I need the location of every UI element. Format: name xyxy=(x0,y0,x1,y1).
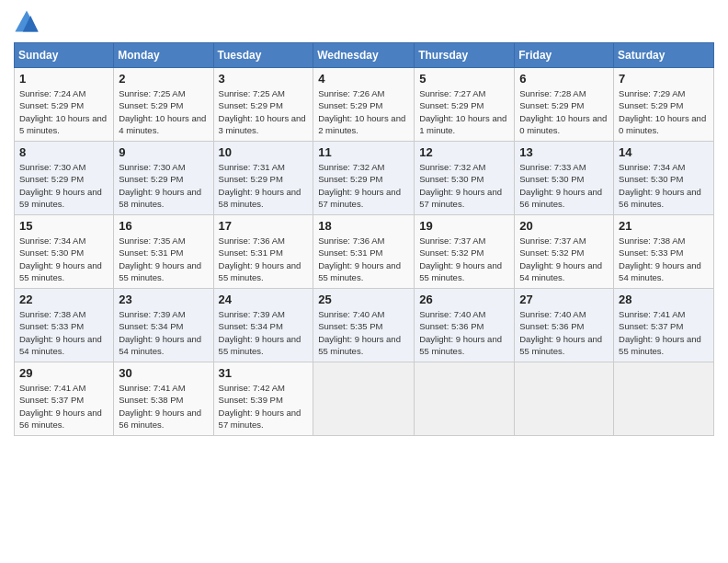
day-number: 3 xyxy=(219,72,309,86)
calendar-cell: 5 Sunrise: 7:27 AM Sunset: 5:29 PM Dayli… xyxy=(415,68,515,142)
calendar-week-row: 22 Sunrise: 7:38 AM Sunset: 5:33 PM Dayl… xyxy=(15,289,714,362)
calendar-cell: 24 Sunrise: 7:39 AM Sunset: 5:34 PM Dayl… xyxy=(213,289,313,362)
calendar-cell: 15 Sunrise: 7:34 AM Sunset: 5:30 PM Dayl… xyxy=(15,215,114,289)
day-number: 15 xyxy=(19,219,108,233)
page-container: SundayMondayTuesdayWednesdayThursdayFrid… xyxy=(0,0,728,445)
day-info: Sunrise: 7:32 AM Sunset: 5:29 PM Dayligh… xyxy=(318,161,409,210)
day-number: 13 xyxy=(519,145,609,159)
calendar-cell: 8 Sunrise: 7:30 AM Sunset: 5:29 PM Dayli… xyxy=(15,142,114,215)
header xyxy=(14,9,714,35)
calendar-week-row: 1 Sunrise: 7:24 AM Sunset: 5:29 PM Dayli… xyxy=(15,68,714,142)
day-of-week-header: Wednesday xyxy=(313,43,415,68)
day-number: 8 xyxy=(19,145,108,159)
day-number: 7 xyxy=(619,72,709,86)
day-number: 4 xyxy=(318,72,409,86)
day-info: Sunrise: 7:36 AM Sunset: 5:31 PM Dayligh… xyxy=(318,235,409,283)
day-number: 25 xyxy=(318,293,409,306)
day-number: 5 xyxy=(419,72,509,86)
calendar-table: SundayMondayTuesdayWednesdayThursdayFrid… xyxy=(14,42,714,436)
calendar-cell: 28 Sunrise: 7:41 AM Sunset: 5:37 PM Dayl… xyxy=(614,289,714,362)
calendar-cell: 2 Sunrise: 7:25 AM Sunset: 5:29 PM Dayli… xyxy=(114,68,213,142)
calendar-cell: 29 Sunrise: 7:41 AM Sunset: 5:37 PM Dayl… xyxy=(15,362,114,436)
calendar-week-row: 15 Sunrise: 7:34 AM Sunset: 5:30 PM Dayl… xyxy=(15,215,714,289)
day-info: Sunrise: 7:32 AM Sunset: 5:30 PM Dayligh… xyxy=(419,161,509,210)
calendar-cell: 16 Sunrise: 7:35 AM Sunset: 5:31 PM Dayl… xyxy=(114,215,213,289)
calendar-cell: 4 Sunrise: 7:26 AM Sunset: 5:29 PM Dayli… xyxy=(313,68,415,142)
calendar-cell: 23 Sunrise: 7:39 AM Sunset: 5:34 PM Dayl… xyxy=(114,289,213,362)
day-info: Sunrise: 7:38 AM Sunset: 5:33 PM Dayligh… xyxy=(619,235,709,283)
calendar-cell: 7 Sunrise: 7:29 AM Sunset: 5:29 PM Dayli… xyxy=(614,68,714,142)
day-number: 22 xyxy=(19,293,108,306)
day-number: 16 xyxy=(119,219,208,233)
day-info: Sunrise: 7:26 AM Sunset: 5:29 PM Dayligh… xyxy=(318,87,409,136)
day-info: Sunrise: 7:34 AM Sunset: 5:30 PM Dayligh… xyxy=(19,235,108,283)
day-number: 21 xyxy=(619,219,709,233)
calendar-cell xyxy=(313,362,415,436)
day-info: Sunrise: 7:33 AM Sunset: 5:30 PM Dayligh… xyxy=(519,161,609,210)
day-of-week-header: Tuesday xyxy=(213,43,313,68)
calendar-cell: 25 Sunrise: 7:40 AM Sunset: 5:35 PM Dayl… xyxy=(313,289,415,362)
day-info: Sunrise: 7:31 AM Sunset: 5:29 PM Dayligh… xyxy=(219,161,309,210)
calendar-cell: 17 Sunrise: 7:36 AM Sunset: 5:31 PM Dayl… xyxy=(213,215,313,289)
calendar-cell xyxy=(614,362,714,436)
day-info: Sunrise: 7:41 AM Sunset: 5:38 PM Dayligh… xyxy=(119,382,208,431)
day-number: 18 xyxy=(318,219,409,233)
day-number: 1 xyxy=(19,72,108,86)
day-info: Sunrise: 7:39 AM Sunset: 5:34 PM Dayligh… xyxy=(219,308,309,357)
day-number: 31 xyxy=(219,366,309,380)
day-info: Sunrise: 7:28 AM Sunset: 5:29 PM Dayligh… xyxy=(519,87,609,136)
day-number: 14 xyxy=(619,145,709,159)
logo xyxy=(14,9,43,35)
calendar-cell xyxy=(415,362,515,436)
day-number: 11 xyxy=(318,145,409,159)
calendar-cell: 31 Sunrise: 7:42 AM Sunset: 5:39 PM Dayl… xyxy=(213,362,313,436)
day-info: Sunrise: 7:27 AM Sunset: 5:29 PM Dayligh… xyxy=(419,87,509,136)
day-info: Sunrise: 7:30 AM Sunset: 5:29 PM Dayligh… xyxy=(19,161,108,210)
calendar-cell: 12 Sunrise: 7:32 AM Sunset: 5:30 PM Dayl… xyxy=(415,142,515,215)
calendar-week-row: 8 Sunrise: 7:30 AM Sunset: 5:29 PM Dayli… xyxy=(15,142,714,215)
calendar-cell: 22 Sunrise: 7:38 AM Sunset: 5:33 PM Dayl… xyxy=(15,289,114,362)
calendar-cell: 19 Sunrise: 7:37 AM Sunset: 5:32 PM Dayl… xyxy=(415,215,515,289)
day-info: Sunrise: 7:34 AM Sunset: 5:30 PM Dayligh… xyxy=(619,161,709,210)
day-info: Sunrise: 7:30 AM Sunset: 5:29 PM Dayligh… xyxy=(119,161,208,210)
day-number: 30 xyxy=(119,366,208,380)
calendar-cell: 3 Sunrise: 7:25 AM Sunset: 5:29 PM Dayli… xyxy=(213,68,313,142)
day-info: Sunrise: 7:42 AM Sunset: 5:39 PM Dayligh… xyxy=(219,382,309,431)
day-number: 6 xyxy=(519,72,609,86)
logo-icon xyxy=(14,9,40,35)
calendar-cell: 9 Sunrise: 7:30 AM Sunset: 5:29 PM Dayli… xyxy=(114,142,213,215)
day-number: 9 xyxy=(119,145,208,159)
day-number: 27 xyxy=(519,293,609,306)
day-info: Sunrise: 7:25 AM Sunset: 5:29 PM Dayligh… xyxy=(119,87,208,136)
day-number: 26 xyxy=(419,293,509,306)
calendar-cell: 18 Sunrise: 7:36 AM Sunset: 5:31 PM Dayl… xyxy=(313,215,415,289)
calendar-header-row: SundayMondayTuesdayWednesdayThursdayFrid… xyxy=(15,43,714,68)
calendar-cell: 10 Sunrise: 7:31 AM Sunset: 5:29 PM Dayl… xyxy=(213,142,313,215)
day-info: Sunrise: 7:40 AM Sunset: 5:36 PM Dayligh… xyxy=(419,308,509,357)
day-number: 29 xyxy=(19,366,108,380)
calendar-cell: 21 Sunrise: 7:38 AM Sunset: 5:33 PM Dayl… xyxy=(614,215,714,289)
calendar-cell: 14 Sunrise: 7:34 AM Sunset: 5:30 PM Dayl… xyxy=(614,142,714,215)
day-number: 10 xyxy=(219,145,309,159)
day-number: 28 xyxy=(619,293,709,306)
day-info: Sunrise: 7:39 AM Sunset: 5:34 PM Dayligh… xyxy=(119,308,208,357)
day-number: 19 xyxy=(419,219,509,233)
day-of-week-header: Sunday xyxy=(15,43,114,68)
day-info: Sunrise: 7:36 AM Sunset: 5:31 PM Dayligh… xyxy=(219,235,309,283)
calendar-cell: 13 Sunrise: 7:33 AM Sunset: 5:30 PM Dayl… xyxy=(515,142,614,215)
day-number: 24 xyxy=(219,293,309,306)
day-info: Sunrise: 7:24 AM Sunset: 5:29 PM Dayligh… xyxy=(19,87,108,136)
day-of-week-header: Friday xyxy=(515,43,614,68)
day-info: Sunrise: 7:37 AM Sunset: 5:32 PM Dayligh… xyxy=(519,235,609,283)
calendar-cell: 27 Sunrise: 7:40 AM Sunset: 5:36 PM Dayl… xyxy=(515,289,614,362)
day-info: Sunrise: 7:29 AM Sunset: 5:29 PM Dayligh… xyxy=(619,87,709,136)
day-of-week-header: Monday xyxy=(114,43,213,68)
day-number: 17 xyxy=(219,219,309,233)
calendar-week-row: 29 Sunrise: 7:41 AM Sunset: 5:37 PM Dayl… xyxy=(15,362,714,436)
day-info: Sunrise: 7:40 AM Sunset: 5:35 PM Dayligh… xyxy=(318,308,409,357)
day-info: Sunrise: 7:38 AM Sunset: 5:33 PM Dayligh… xyxy=(19,308,108,357)
day-info: Sunrise: 7:37 AM Sunset: 5:32 PM Dayligh… xyxy=(419,235,509,283)
day-info: Sunrise: 7:40 AM Sunset: 5:36 PM Dayligh… xyxy=(519,308,609,357)
calendar-cell: 6 Sunrise: 7:28 AM Sunset: 5:29 PM Dayli… xyxy=(515,68,614,142)
calendar-cell xyxy=(515,362,614,436)
